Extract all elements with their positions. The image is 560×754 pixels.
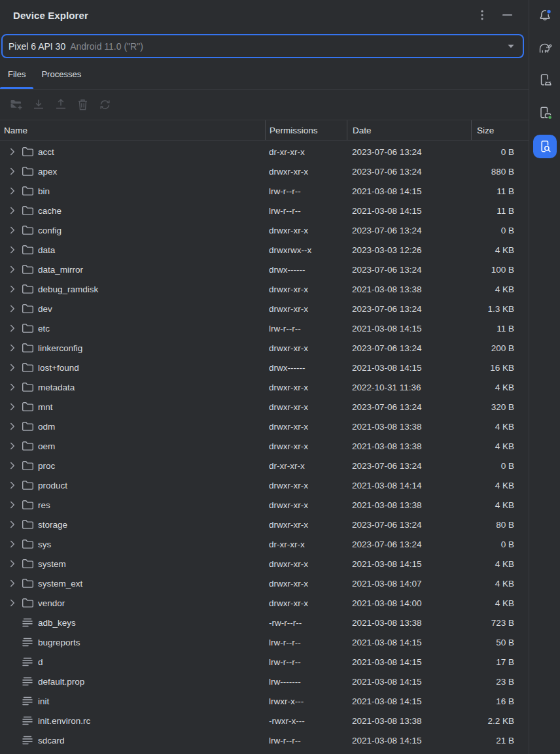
expand-chevron-icon[interactable]	[9, 285, 16, 293]
table-row[interactable]: init.environ.rc -rwxr-x--- 2021-03-08 13…	[0, 711, 529, 730]
expand-chevron-icon[interactable]	[9, 540, 16, 548]
device-manager-button[interactable]	[529, 69, 560, 92]
table-row[interactable]: metadata drwxr-xr-x 2022-10-31 11:36 4 K…	[0, 377, 529, 397]
table-row[interactable]: proc dr-xr-xr-x 2023-07-06 13:24 0 B	[0, 456, 529, 475]
device-explorer-button[interactable]	[533, 135, 557, 158]
expand-chevron-icon[interactable]	[9, 403, 16, 411]
expand-chevron-icon[interactable]	[9, 324, 16, 332]
refresh-button[interactable]	[97, 97, 113, 112]
table-row[interactable]: sdcard lrw-r--r-- 2021-03-08 14:15 21 B	[0, 730, 529, 750]
expand-chevron-icon[interactable]	[9, 501, 16, 509]
table-row[interactable]: bin lrw-r--r-- 2021-03-08 14:15 11 B	[0, 181, 529, 201]
minimize-button[interactable]	[500, 8, 514, 22]
expand-chevron-icon[interactable]	[9, 305, 16, 313]
table-row[interactable]: data drwxrwx--x 2023-03-03 12:26 4 KB	[0, 240, 529, 260]
table-row[interactable]: etc lrw-r--r-- 2021-03-08 14:15 11 B	[0, 318, 529, 338]
table-row[interactable]: mnt drwxr-xr-x 2023-07-06 13:24 320 B	[0, 397, 529, 417]
name-cell: default.prop	[0, 672, 265, 691]
size-cell: 17 B	[471, 652, 529, 672]
table-row[interactable]: product drwxr-xr-x 2021-03-08 14:14 4 KB	[0, 475, 529, 495]
expand-chevron-icon[interactable]	[9, 344, 16, 352]
table-row[interactable]: res drwxr-xr-x 2021-03-08 13:38 4 KB	[0, 495, 529, 515]
expand-chevron-icon[interactable]	[9, 481, 16, 489]
notifications-button[interactable]	[529, 5, 560, 27]
name-cell: oem	[0, 436, 265, 456]
folder-icon	[21, 343, 34, 353]
row-label: apex	[38, 167, 57, 177]
name-cell: mnt	[0, 397, 265, 417]
running-devices-button[interactable]	[529, 102, 560, 124]
folder-icon	[21, 578, 34, 589]
table-row[interactable]: default.prop lrw------- 2021-03-08 14:15…	[0, 672, 529, 691]
table-row[interactable]: system drwxr-xr-x 2021-03-08 14:15 4 KB	[0, 554, 529, 574]
permissions-cell: -rw-r--r--	[265, 613, 347, 632]
row-label: proc	[38, 461, 55, 471]
device-selector[interactable]: Pixel 6 API 30 Android 11.0 ("R")	[1, 34, 524, 58]
expand-chevron-icon[interactable]	[9, 579, 16, 587]
delete-button[interactable]	[75, 97, 90, 112]
expand-chevron-icon[interactable]	[9, 462, 16, 470]
table-row[interactable]: data_mirror drwx------ 2023-07-06 13:24 …	[0, 260, 529, 279]
expand-chevron-icon[interactable]	[9, 167, 16, 175]
date-cell: 2021-03-08 14:15	[347, 358, 471, 377]
expand-chevron-icon[interactable]	[9, 521, 16, 528]
download-file-button[interactable]	[31, 97, 46, 112]
table-row[interactable]: sys dr-xr-xr-x 2023-07-06 13:24 0 B	[0, 534, 529, 554]
expand-chevron-icon[interactable]	[9, 442, 16, 450]
table-row[interactable]: dev drwxr-xr-x 2023-07-06 13:24 1.3 KB	[0, 299, 529, 318]
date-cell: 2023-07-06 13:24	[347, 220, 471, 240]
tab-files[interactable]: Files	[0, 59, 33, 89]
options-kebab-menu-button[interactable]	[475, 8, 489, 22]
folder-icon	[21, 421, 34, 432]
size-cell: 723 B	[471, 613, 529, 632]
permissions-cell: drwxr-xr-x	[265, 220, 347, 240]
table-row[interactable]: config drwxr-xr-x 2023-07-06 13:24 0 B	[0, 220, 529, 240]
new-folder-button[interactable]	[9, 97, 24, 112]
size-cell: 16 B	[471, 691, 529, 711]
expand-chevron-icon[interactable]	[9, 383, 16, 391]
table-row[interactable]: acct dr-xr-xr-x 2023-07-06 13:24 0 B	[0, 142, 529, 162]
expand-chevron-icon[interactable]	[9, 226, 16, 234]
table-row[interactable]: apex drwxr-xr-x 2023-07-06 13:24 880 B	[0, 162, 529, 181]
expand-chevron-icon[interactable]	[9, 207, 16, 214]
table-row[interactable]: d lrw-r--r-- 2021-03-08 14:15 17 B	[0, 652, 529, 672]
expand-chevron-icon[interactable]	[9, 560, 16, 568]
expand-chevron-icon[interactable]	[9, 187, 16, 195]
date-cell: 2021-03-08 14:15	[347, 652, 471, 672]
table-row[interactable]: vendor drwxr-xr-x 2021-03-08 14:00 4 KB	[0, 593, 529, 613]
table-row[interactable]: oem drwxr-xr-x 2021-03-08 13:38 4 KB	[0, 436, 529, 456]
expand-chevron-icon[interactable]	[9, 148, 16, 156]
expand-chevron-icon[interactable]	[9, 364, 16, 371]
table-row[interactable]: adb_keys -rw-r--r-- 2021-03-08 13:38 723…	[0, 613, 529, 632]
expand-chevron-icon[interactable]	[9, 266, 16, 273]
column-header-permissions[interactable]: Permissions	[265, 120, 347, 140]
column-header-date[interactable]: Date	[347, 120, 471, 140]
table-row[interactable]: cache lrw-r--r-- 2021-03-08 14:15 11 B	[0, 201, 529, 220]
table-row[interactable]: init lrwxr-x--- 2021-03-08 14:15 16 B	[0, 691, 529, 711]
table-row[interactable]: debug_ramdisk drwxr-xr-x 2021-03-08 13:3…	[0, 279, 529, 299]
column-header-name[interactable]: Name	[0, 120, 265, 140]
table-row[interactable]: system_ext drwxr-xr-x 2021-03-08 14:07 4…	[0, 574, 529, 593]
expand-chevron-icon[interactable]	[9, 422, 16, 430]
table-row[interactable]: linkerconfig drwxr-xr-x 2023-07-06 13:24…	[0, 338, 529, 358]
upload-file-button[interactable]	[53, 97, 68, 112]
table-row[interactable]: storage drwxr-xr-x 2023-07-06 13:24 80 B	[0, 515, 529, 534]
row-label: vendor	[38, 598, 65, 608]
name-cell: sdcard	[0, 730, 265, 750]
size-cell: 11 B	[471, 181, 529, 201]
permissions-cell: drwxr-xr-x	[265, 515, 347, 534]
column-header-size[interactable]: Size	[471, 120, 529, 140]
folder-icon	[21, 558, 34, 569]
expand-chevron-icon[interactable]	[9, 246, 16, 254]
expand-chevron-icon[interactable]	[9, 599, 16, 607]
row-label: res	[38, 500, 50, 510]
permissions-cell: lrwxr-x---	[265, 691, 347, 711]
table-row[interactable]: bugreports lrw-r--r-- 2021-03-08 14:15 5…	[0, 632, 529, 652]
gradle-button[interactable]	[529, 37, 560, 59]
table-header: Name Permissions Date Size	[0, 120, 529, 141]
table-row[interactable]: odm drwxr-xr-x 2021-03-08 13:38 4 KB	[0, 417, 529, 436]
tab-processes[interactable]: Processes	[33, 59, 89, 89]
table-row[interactable]: lost+found drwx------ 2021-03-08 14:15 1…	[0, 358, 529, 377]
name-cell: storage	[0, 515, 265, 534]
size-cell: 2.2 KB	[471, 711, 529, 730]
